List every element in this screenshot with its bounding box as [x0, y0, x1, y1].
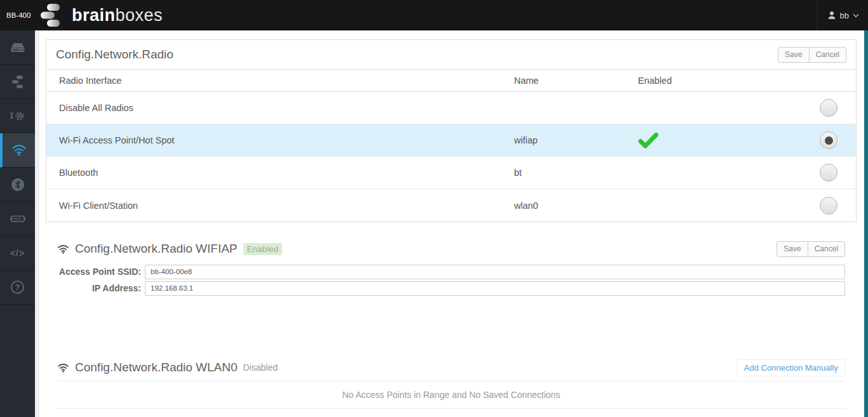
row-name-value: [514, 92, 638, 124]
radio-interface-table: Radio Interface Name Enabled Disable All…: [46, 70, 856, 222]
radio-panel-actions: Save Cancel: [778, 47, 846, 63]
wifiap-actions: Save Cancel: [776, 241, 845, 257]
table-row-disable-all: Disable All Radios: [46, 92, 856, 124]
wifi-icon: [11, 144, 27, 156]
radio-panel-heading: Config.Network.Radio Save Cancel: [46, 40, 856, 70]
wifiap-form: Access Point SSID: IP Address:: [57, 265, 845, 296]
ip-address-label: IP Address:: [57, 283, 141, 293]
save-button[interactable]: Save: [776, 241, 808, 257]
wifiap-title: Config.Network.Radio WIFIAP: [75, 242, 238, 256]
device-label: BB-400: [0, 11, 33, 19]
row-enabled-cell: [638, 189, 801, 222]
ip-address-row: IP Address:: [57, 281, 845, 296]
ssid-row: Access Point SSID:: [57, 265, 845, 279]
brand-light: boxes: [116, 6, 163, 25]
io-letter: I: [10, 110, 14, 121]
sidebar-item-serial[interactable]: [0, 202, 35, 236]
wifiap-section: Config.Network.Radio WIFIAP Enabled Save…: [57, 241, 845, 296]
table-header-row: Radio Interface Name Enabled: [46, 70, 856, 92]
column-header-radio-interface: Radio Interface: [46, 70, 514, 92]
column-header-enabled: Enabled: [638, 70, 801, 92]
empty-state-message: No Access Points in Range and No Saved C…: [57, 381, 845, 409]
wlan0-title: Config.Network.Radio WLAN0: [75, 361, 238, 374]
sidebar-item-code[interactable]: </>: [0, 236, 35, 270]
wlan0-heading: Config.Network.Radio WLAN0 Disabled Add …: [57, 359, 845, 376]
row-interface-label: Disable All Radios: [46, 92, 514, 124]
status-text: Disabled: [243, 362, 278, 373]
sidebar-item-help[interactable]: ?: [0, 270, 35, 305]
ssid-label: Access Point SSID:: [57, 267, 141, 277]
row-interface-label: Bluetooth: [46, 157, 514, 189]
brand-logo: brainboxes: [38, 4, 163, 27]
top-bar: BB-400 brainboxes bb: [0, 0, 868, 30]
bluetooth-icon: [11, 178, 25, 192]
user-menu[interactable]: bb: [817, 0, 868, 30]
sidebar-item-network[interactable]: [0, 65, 35, 99]
row-enabled-cell: [638, 157, 801, 189]
sidebar-item-wifi[interactable]: [0, 133, 35, 168]
table-row-wlan0: Wi-Fi Client/Station wlan0: [46, 189, 856, 222]
radio-button-disable-all[interactable]: [820, 99, 837, 117]
radio-button-wlan0[interactable]: [820, 197, 837, 215]
io-settings-icon: I: [10, 110, 25, 121]
ssid-input[interactable]: [145, 265, 845, 279]
radio-button-bluetooth[interactable]: [820, 164, 837, 182]
row-name-value: bt: [514, 157, 638, 189]
cancel-button[interactable]: Cancel: [809, 47, 846, 63]
add-connection-button[interactable]: Add Connection Manually: [737, 359, 845, 376]
radio-panel: Config.Network.Radio Save Cancel Radio I…: [46, 39, 857, 222]
sidebar: I </>: [0, 30, 35, 417]
code-icon: </>: [10, 248, 25, 258]
chevron-down-icon: [853, 13, 859, 18]
cancel-button[interactable]: Cancel: [808, 241, 845, 257]
user-name: bb: [840, 11, 849, 20]
radio-button-wifiap[interactable]: [820, 131, 837, 149]
user-icon: [827, 11, 836, 20]
row-interface-label: Wi-Fi Client/Station: [46, 189, 514, 222]
main-content: Config.Network.Radio Save Cancel Radio I…: [35, 30, 868, 417]
column-header-name: Name: [514, 70, 638, 92]
help-icon: ?: [11, 281, 24, 294]
brainboxes-logo-icon: [38, 4, 66, 27]
wifi-icon: [57, 244, 69, 254]
ip-address-input[interactable]: [145, 281, 845, 296]
row-name-value: wifiap: [514, 124, 638, 157]
table-row-bluetooth: Bluetooth bt: [46, 157, 856, 189]
wifi-icon: [57, 363, 69, 373]
wlan0-section: Config.Network.Radio WLAN0 Disabled Add …: [57, 359, 845, 409]
row-name-value: wlan0: [514, 189, 638, 222]
table-row-wifiap: Wi-Fi Access Point/Hot Spot wifiap: [46, 124, 856, 157]
wifiap-heading: Config.Network.Radio WIFIAP Enabled Save…: [57, 241, 845, 257]
page-title: Config.Network.Radio: [56, 48, 173, 62]
status-badge: Enabled: [243, 243, 283, 255]
device-icon: [10, 41, 26, 54]
page-scrollbar[interactable]: [864, 30, 868, 417]
row-enabled-cell: [638, 124, 801, 157]
enabled-check-icon: [638, 132, 658, 149]
sidebar-item-io[interactable]: I: [0, 99, 35, 133]
row-interface-label: Wi-Fi Access Point/Hot Spot: [46, 124, 514, 157]
sidebar-item-bluetooth[interactable]: [0, 168, 35, 202]
serial-port-icon: [10, 215, 25, 223]
network-nodes-icon: [11, 75, 24, 89]
row-enabled-cell: [638, 92, 801, 124]
brand-bold: brain: [72, 6, 116, 25]
sidebar-item-device[interactable]: [0, 30, 35, 65]
gear-icon: [15, 111, 25, 121]
brand-text: brainboxes: [72, 7, 163, 24]
column-header-select: [801, 70, 856, 92]
save-button[interactable]: Save: [778, 47, 809, 63]
